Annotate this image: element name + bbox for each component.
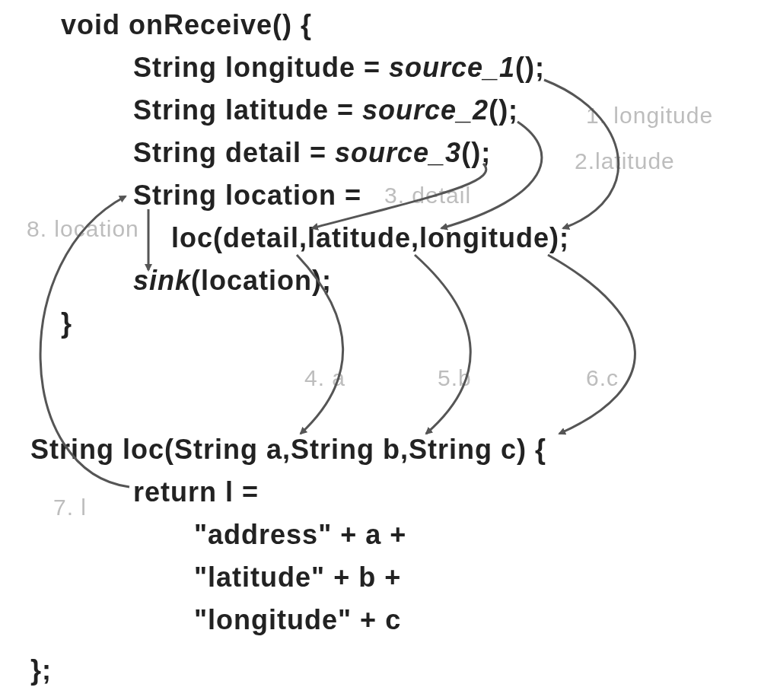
annotation-3-detail: 3. detail	[384, 183, 471, 208]
code-text: ();	[461, 137, 491, 168]
code-line-5: String location =	[133, 180, 361, 212]
code-text: String detail =	[133, 137, 335, 168]
annotation-6-c: 6.c	[586, 365, 619, 391]
source-2: source_2	[362, 94, 489, 126]
code-line-3: String latitude = source_2();	[133, 94, 518, 126]
arrow-latitude-to-b	[415, 255, 470, 434]
code-text: (location);	[191, 265, 332, 296]
code-line-1: void onReceive() {	[61, 9, 312, 41]
code-line-8: }	[61, 307, 72, 339]
code-line-12: "latitude" + b +	[194, 562, 401, 593]
code-line-7: sink(location);	[133, 265, 332, 297]
source-3: source_3	[335, 137, 461, 168]
annotation-2-latitude: 2.latitude	[575, 148, 675, 174]
annotation-8-location: 8. location	[27, 216, 139, 242]
source-1: source_1	[389, 52, 515, 83]
code-line-13: "longitude" + c	[194, 604, 401, 636]
annotation-1-longitude: 1. longitude	[586, 103, 713, 129]
annotation-5-b: 5.b	[438, 365, 472, 391]
code-line-4: String detail = source_3();	[133, 137, 491, 169]
code-line-11: "address" + a +	[194, 519, 406, 551]
code-text: ();	[515, 52, 545, 83]
sink-call: sink	[133, 265, 191, 296]
code-text: String latitude =	[133, 94, 362, 126]
code-line-14: };	[30, 654, 52, 686]
annotation-7-l: 7. l	[53, 495, 87, 520]
code-line-6: loc(detail,latitude,longitude);	[171, 222, 569, 254]
code-line-2: String longitude = source_1();	[133, 52, 545, 84]
annotation-4-a: 4. a	[304, 365, 345, 391]
code-text: ();	[489, 94, 518, 126]
code-line-9: String loc(String a,String b,String c) {	[30, 434, 546, 466]
arrow-longitude-to-c	[548, 255, 635, 434]
code-text: String longitude =	[133, 52, 389, 83]
code-line-10: return l =	[133, 476, 259, 508]
